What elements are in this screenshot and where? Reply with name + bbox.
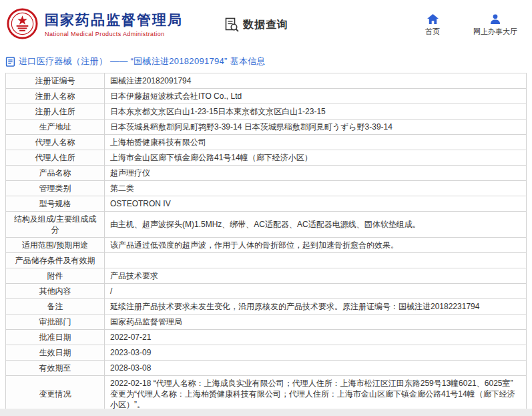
national-emblem-icon xyxy=(7,8,38,42)
field-label: 附件 xyxy=(6,268,105,284)
table-row: 注册人名称日本伊藤超短波株式会社ITO Co., Ltd xyxy=(6,89,527,104)
top-nav: 首页 网上办事大厅 xyxy=(417,13,523,37)
user-icon xyxy=(490,13,501,24)
field-label: 批准日期 xyxy=(6,330,105,345)
table-row: 产品储存条件及有效期 xyxy=(6,253,527,268)
field-value: 2028-03-08 xyxy=(105,361,527,376)
field-label: 备注 xyxy=(6,299,105,315)
table-row: 附件产品技术要求 xyxy=(6,268,527,284)
nav-service-hall-label: 网上办事大厅 xyxy=(473,27,517,37)
field-value: OSTEOTRON IV xyxy=(105,196,527,212)
data-query-section[interactable]: 数据查询 xyxy=(224,17,288,32)
field-label: 注册人名称 xyxy=(6,89,105,104)
field-value: 2023-03-09 xyxy=(105,345,527,361)
data-query-title: 数据查询 xyxy=(243,18,288,32)
field-label: 产品储存条件及有效期 xyxy=(6,253,105,268)
field-value: 超声理疗仪 xyxy=(105,166,527,181)
data-query-icon xyxy=(224,17,239,32)
field-label: 产品名称 xyxy=(6,166,105,181)
table-row: 产品名称超声理疗仪 xyxy=(6,166,527,181)
field-label: 型号规格 xyxy=(6,196,105,212)
field-value: 该产品通过低强度的超声波，作用于人体的骨折部位，起到加速骨折愈合的效果。 xyxy=(105,238,527,253)
field-label: 管理类别 xyxy=(6,181,105,196)
table-row: 备注延续注册产品技术要求未发生变化，沿用原核发的产品技术要求。原注册证编号：国械… xyxy=(6,299,527,315)
field-label: 注册证编号 xyxy=(6,73,105,89)
table-row: 生效日期2023-03-09 xyxy=(6,345,527,361)
site-header: 国家药品监督管理局 National Medical Products Admi… xyxy=(0,0,532,49)
table-row: 变更情况2022-02-18 “代理人名称：上海成良实业有限公司；代理人住所：上… xyxy=(6,376,527,413)
field-label: 适用范围/预期用途 xyxy=(6,238,105,253)
nav-home[interactable]: 首页 xyxy=(417,13,448,37)
field-value: 上海市金山区廊下镇金廊公路41号14幢（廊下经济小区） xyxy=(105,150,527,166)
info-table: 注册证编号国械注进20182091794注册人名称日本伊藤超短波株式会社ITO … xyxy=(5,73,527,416)
field-value xyxy=(105,253,527,268)
field-label: 结构及组成/主要组成成分 xyxy=(6,212,105,238)
field-value: 产品技术要求 xyxy=(105,268,527,284)
table-row: 代理人名称上海柏赟健康科技有限公司 xyxy=(6,135,527,150)
home-icon xyxy=(427,13,439,24)
info-table-wrap: 注册证编号国械注进20182091794注册人名称日本伊藤超短波株式会社ITO … xyxy=(0,73,532,416)
field-value: 2022-07-21 xyxy=(105,330,527,345)
table-row: 注册证编号国械注进20182091794 xyxy=(6,73,527,89)
field-label: 注册人住所 xyxy=(6,104,105,120)
field-label: 生效日期 xyxy=(6,345,105,361)
org-name-cn: 国家药品监督管理局 xyxy=(45,12,183,28)
field-value: 日本茨城县稻敷郡阿见町鹑野3-39-14 日本茨城県稲敷郡阿見町うずら野3-39… xyxy=(105,120,527,135)
table-row: 其他内容/ xyxy=(6,284,527,299)
table-row: 结构及组成/主要组成成分由主机、超声波探头(M)1.5MHz、绑带、AC适配器、… xyxy=(6,212,527,238)
table-row: 注册人住所日本东京都文京区白山1-23-15日本東京都文京区白山1-23-15 xyxy=(6,104,527,120)
field-value: 由主机、超声波探头(M)1.5MHz、绑带、AC适配器、AC适配器电源线、固体软… xyxy=(105,212,527,238)
org-name-en: National Medical Products Administration xyxy=(45,31,183,37)
field-value: 日本东京都文京区白山1-23-15日本東京都文京区白山1-23-15 xyxy=(105,104,527,120)
field-label: 代理人住所 xyxy=(6,150,105,166)
table-row: 代理人住所上海市金山区廊下镇金廊公路41号14幢（廊下经济小区） xyxy=(6,150,527,166)
field-value: 2022-02-18 “代理人名称：上海成良实业有限公司；代理人住所：上海市松江… xyxy=(105,376,527,413)
table-row: 适用范围/预期用途该产品通过低强度的超声波，作用于人体的骨折部位，起到加速骨折愈… xyxy=(6,238,527,253)
field-label: 代理人名称 xyxy=(6,135,105,150)
field-label: 审批部门 xyxy=(6,315,105,330)
document-icon xyxy=(5,57,15,67)
field-value: / xyxy=(105,284,527,299)
table-row: 审批部门国家药品监督管理局 xyxy=(6,315,527,330)
table-row: 型号规格OSTEOTRON IV xyxy=(6,196,527,212)
table-row: 批准日期2022-07-21 xyxy=(6,330,527,345)
field-label: 有效期至 xyxy=(6,361,105,376)
field-label: 变更情况 xyxy=(6,376,105,413)
table-row: 管理类别第二类 xyxy=(6,181,527,196)
page-title: 进口医疗器械（注册） —— “国械注进20182091794” 基本信息 xyxy=(19,55,266,67)
field-value: 国械注进20182091794 xyxy=(105,73,527,89)
footer-strip xyxy=(0,409,532,416)
field-value: 日本伊藤超短波株式会社ITO Co., Ltd xyxy=(105,89,527,104)
field-label: 其他内容 xyxy=(6,284,105,299)
table-row: 有效期至2028-03-08 xyxy=(6,361,527,376)
breadcrumb: 进口医疗器械（注册） —— “国械注进20182091794” 基本信息 xyxy=(0,49,532,73)
field-value: 上海柏赟健康科技有限公司 xyxy=(105,135,527,150)
info-table-body: 注册证编号国械注进20182091794注册人名称日本伊藤超短波株式会社ITO … xyxy=(6,73,527,416)
nav-home-label: 首页 xyxy=(425,27,440,37)
field-label: 生产地址 xyxy=(6,120,105,135)
nav-service-hall[interactable]: 网上办事大厅 xyxy=(473,13,517,37)
field-value: 延续注册产品技术要求未发生变化，沿用原核发的产品技术要求。原注册证编号：国械注进… xyxy=(105,299,527,315)
field-value: 国家药品监督管理局 xyxy=(105,315,527,330)
site-logo[interactable]: 国家药品监督管理局 National Medical Products Admi… xyxy=(7,8,183,42)
field-value: 第二类 xyxy=(105,181,527,196)
table-row: 生产地址日本茨城县稻敷郡阿见町鹑野3-39-14 日本茨城県稲敷郡阿見町うずら野… xyxy=(6,120,527,135)
